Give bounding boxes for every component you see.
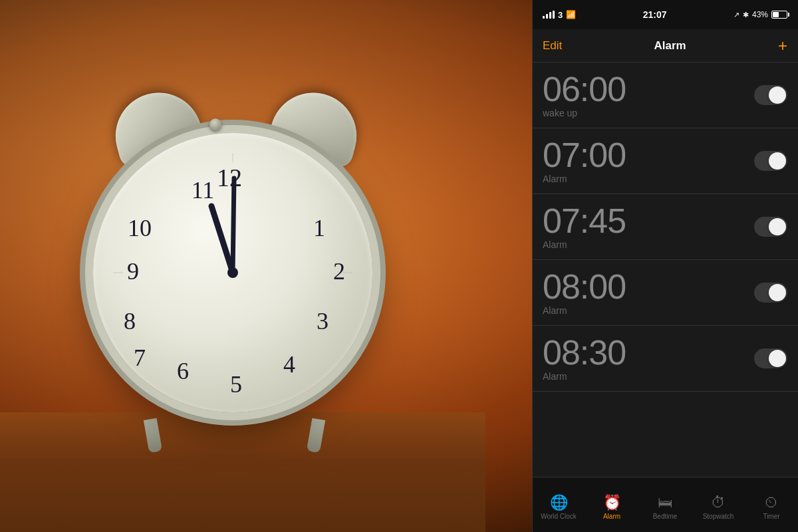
- svg-line-17: [233, 178, 234, 273]
- status-right: ↗ ✱ 43%: [733, 10, 787, 19]
- alarm-info: 08:30 Alarm: [543, 335, 754, 382]
- bedtime-label: Bedtime: [653, 513, 678, 520]
- battery-percent: 43%: [752, 10, 768, 19]
- alarm-item[interactable]: 07:00 Alarm: [532, 128, 798, 194]
- svg-text:11: 11: [192, 177, 215, 203]
- svg-text:2: 2: [333, 258, 345, 285]
- toggle-knob: [769, 218, 786, 235]
- alarm-tab-label: Alarm: [603, 513, 620, 520]
- svg-text:7: 7: [134, 344, 146, 371]
- timer-label: Timer: [763, 513, 779, 520]
- svg-text:8: 8: [124, 308, 136, 334]
- edit-button[interactable]: Edit: [543, 39, 562, 53]
- tab-bedtime[interactable]: 🛏 Bedtime: [638, 477, 692, 532]
- svg-text:3: 3: [317, 308, 329, 334]
- app-header: Edit Alarm +: [532, 29, 798, 63]
- stopwatch-label: Stopwatch: [703, 513, 734, 520]
- bluetooth-icon: ✱: [743, 11, 749, 19]
- timer-icon: ⏲: [764, 495, 779, 510]
- alarm-toggle[interactable]: [754, 217, 787, 237]
- alarm-label: Alarm: [543, 174, 754, 184]
- svg-point-18: [227, 267, 238, 278]
- status-time: 21:07: [643, 9, 667, 20]
- bell-hammer: [209, 118, 221, 130]
- tab-timer[interactable]: ⏲ Timer: [745, 477, 798, 532]
- tab-world-clock[interactable]: 🌐 World Clock: [532, 477, 585, 532]
- network-label: 3: [558, 10, 563, 20]
- add-alarm-button[interactable]: +: [778, 38, 787, 54]
- alarm-label: Alarm: [543, 239, 754, 250]
- alarm-item[interactable]: 06:00 wake up: [532, 63, 798, 128]
- alarm-info: 07:00 Alarm: [543, 138, 754, 184]
- alarm-info: 06:00 wake up: [543, 72, 754, 118]
- tab-stopwatch[interactable]: ⏱ Stopwatch: [692, 477, 745, 532]
- svg-text:10: 10: [128, 215, 152, 241]
- toggle-knob: [769, 284, 786, 301]
- stopwatch-icon: ⏱: [711, 495, 726, 510]
- alarm-time: 08:30: [543, 335, 754, 370]
- alarm-toggle[interactable]: [754, 348, 787, 368]
- clock-face: 12 1 2 3 4 5 6 7 8 9 10 11: [93, 133, 372, 412]
- toggle-knob: [769, 86, 786, 104]
- bedtime-icon: 🛏: [658, 495, 672, 510]
- phone-panel: 3 📶 21:07 ↗ ✱ 43% Edit Alarm + 06:00 wak…: [532, 0, 798, 532]
- location-icon: ↗: [733, 11, 739, 19]
- alarm-item[interactable]: 07:45 Alarm: [532, 194, 798, 260]
- signal-bar-3: [549, 12, 551, 19]
- alarm-time: 08:00: [543, 269, 754, 304]
- svg-text:1: 1: [313, 215, 325, 241]
- toggle-knob: [769, 350, 786, 367]
- alarm-label: Alarm: [543, 371, 754, 382]
- wifi-icon: 📶: [566, 10, 576, 19]
- battery-fill: [773, 12, 779, 17]
- world-clock-icon: 🌐: [550, 495, 568, 510]
- page-title: Alarm: [654, 39, 686, 53]
- battery-icon: [771, 11, 787, 19]
- clock-foot-left: [144, 418, 162, 454]
- status-bar: 3 📶 21:07 ↗ ✱ 43%: [532, 0, 798, 29]
- alarm-label: Alarm: [543, 305, 754, 316]
- alarm-time: 06:00: [543, 72, 754, 106]
- svg-text:4: 4: [283, 351, 295, 378]
- status-left: 3 📶: [543, 10, 576, 20]
- alarm-list: 06:00 wake up 07:00 Alarm 07:45 Alarm: [532, 63, 798, 477]
- toggle-knob: [769, 152, 786, 170]
- alarm-icon: ⏰: [603, 495, 621, 510]
- svg-line-16: [211, 206, 233, 273]
- signal-bar-2: [546, 14, 548, 19]
- svg-text:6: 6: [177, 358, 189, 384]
- alarm-item[interactable]: 08:00 Alarm: [532, 260, 798, 326]
- alarm-info: 08:00 Alarm: [543, 269, 754, 316]
- analog-clock: 12 1 2 3 4 5 6 7 8 9 10 11: [40, 53, 426, 492]
- alarm-info: 07:45 Alarm: [543, 203, 754, 250]
- alarm-time: 07:00: [543, 138, 754, 172]
- alarm-toggle[interactable]: [754, 283, 787, 303]
- tab-bar: 🌐 World Clock ⏰ Alarm 🛏 Bedtime ⏱ Stopwa…: [532, 477, 798, 532]
- alarm-label: wake up: [543, 108, 754, 118]
- tab-alarm[interactable]: ⏰ Alarm: [585, 477, 638, 532]
- signal-bar-4: [553, 11, 555, 19]
- clock-foot-right: [307, 418, 325, 454]
- alarm-item[interactable]: 08:30 Alarm: [532, 326, 798, 392]
- world-clock-label: World Clock: [541, 513, 577, 520]
- signal-bars-icon: [543, 11, 555, 19]
- signal-bar-1: [543, 16, 545, 19]
- svg-text:5: 5: [230, 371, 242, 398]
- svg-text:12: 12: [217, 164, 242, 192]
- alarm-toggle[interactable]: [754, 85, 787, 105]
- alarm-toggle[interactable]: [754, 151, 787, 171]
- alarm-time: 07:45: [543, 203, 754, 238]
- svg-text:9: 9: [127, 258, 139, 285]
